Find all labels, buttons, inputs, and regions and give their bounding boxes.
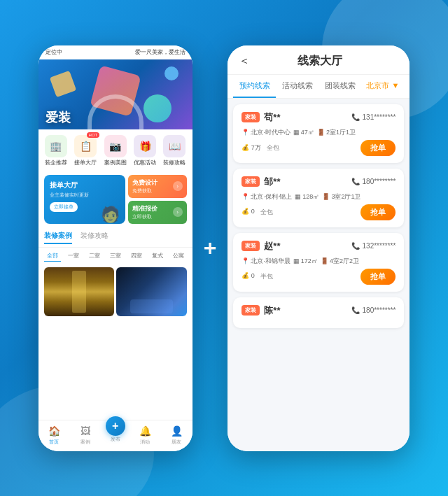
tab-renovation-cases[interactable]: 装修案例	[44, 231, 72, 244]
guide-label: 装修攻略	[163, 159, 186, 166]
status-bar: 定位中 爱一尺美家，爱生活	[38, 45, 192, 59]
main-container: 定位中 爱一尺美家，爱生活 爱装 🏢 装企推荐	[38, 45, 410, 451]
filter-row: 全部 一室 二室 三室 四室 复式 公寓	[38, 248, 192, 264]
lead-3-rooms: 🚪 4室2厅2卫	[321, 257, 359, 266]
lead-1-location: 📍 北京·时代中心	[241, 128, 290, 137]
hallway-light	[72, 271, 86, 313]
grab-button-1[interactable]: 抢单	[360, 140, 396, 156]
filter-1room[interactable]: 一室	[65, 250, 82, 262]
free-design-title: 免费设计	[132, 178, 158, 187]
lead-1-area: ▦ 47㎡	[293, 128, 314, 137]
lead-4-top: 家装 陈** 📞 180********	[241, 304, 396, 317]
tab-activity-leads[interactable]: 活动线索	[276, 75, 318, 98]
tab-renovation-guide[interactable]: 装修攻略	[80, 231, 108, 244]
guide-icon: 📖	[163, 135, 186, 157]
fab-publish-button[interactable]: +	[106, 416, 125, 436]
icon-item-enterprise[interactable]: 🏢 装企推荐	[45, 135, 67, 166]
cases-nav-icon: 🖼	[79, 425, 92, 437]
nav-publish-label: 发布	[111, 436, 120, 443]
banner-title: 爱装	[46, 109, 71, 126]
grab-button-3[interactable]: 抢单	[360, 269, 396, 285]
lead-3-phone-row: 📞 132********	[351, 242, 396, 250]
mine-icon: 👤	[170, 425, 183, 437]
lead-3-location: 📍 北京·和锦华晨	[241, 257, 290, 266]
promo-accurate-quote[interactable]: 精准报价 立即获取 ›	[128, 201, 187, 224]
phone-icon-4: 📞	[351, 306, 360, 314]
promo-left-button[interactable]: 立即接单	[50, 202, 78, 212]
plus-connector: +	[204, 235, 217, 261]
filter-all[interactable]: 全部	[44, 250, 61, 262]
phone-icon-1: 📞	[351, 113, 360, 121]
nav-home[interactable]: 🏠 首页	[48, 425, 60, 446]
icon-item-promo[interactable]: 🎁 优惠活动	[134, 135, 156, 166]
nav-cases[interactable]: 🖼 案例	[79, 425, 92, 446]
case-images	[38, 264, 192, 420]
nav-mine[interactable]: 👤 朋友	[170, 425, 183, 446]
lead-3-price-row: 💰 0 半包	[241, 272, 273, 281]
icon-item-guide[interactable]: 📖 装修攻略	[163, 135, 186, 166]
tab-appointment-leads[interactable]: 预约线索	[233, 75, 276, 98]
right-phone-header: ＜ 线索大厅	[227, 45, 410, 75]
lead-1-top: 家装 苟** 📞 131********	[241, 111, 396, 124]
lead-1-bottom: 💰 7万 全包 抢单	[241, 140, 396, 156]
promo-right-col: 免费设计 免费获取 › 精准报价 立即获取 ›	[128, 175, 187, 224]
lead-card-2: 家装 邹** 📞 180******** 📍 北京·保利·锦上 ▦ 128㎡ 🚪…	[233, 169, 404, 227]
nav-publish[interactable]: + 发布	[111, 425, 120, 446]
back-button[interactable]: ＜	[239, 54, 250, 69]
lead-4-phone-row: 📞 180********	[351, 306, 396, 314]
phone-icon-3: 📞	[351, 242, 360, 250]
lead-1-price-row: 💰 7万 全包	[241, 143, 279, 153]
lead-2-phone-row: 📞 180********	[351, 178, 396, 185]
lead-1-name: 苟**	[264, 111, 280, 124]
lead-2-area: ▦ 128㎡	[295, 192, 319, 201]
lead-2-bottom: 💰 0 全包 抢单	[241, 204, 396, 220]
case-tabs: 装修案例 装修攻略	[38, 227, 192, 248]
nav-home-label: 首页	[49, 439, 59, 446]
tab-city-selector[interactable]: 北京市 ▼	[361, 75, 404, 98]
nav-cases-label: 案例	[80, 439, 90, 446]
case-image-room[interactable]	[116, 267, 187, 316]
lead-1-rooms: 🚪 2室1厅1卫	[317, 128, 356, 137]
cases-label: 案例美图	[104, 159, 127, 166]
lead-tabs: 预约线索 活动线索 团装线索 北京市 ▼	[227, 75, 410, 99]
filter-3room[interactable]: 三室	[107, 250, 124, 262]
search-hint: 爱一尺美家，爱生活	[135, 48, 186, 56]
lead-2-price: 💰 0	[241, 208, 255, 217]
lead-3-price: 💰 0	[241, 272, 255, 281]
location-indicator: 定位中	[46, 48, 62, 56]
lead-4-name: 陈**	[264, 304, 280, 317]
filter-2room[interactable]: 二室	[86, 250, 103, 262]
promo-person-icon: 🧑	[101, 206, 120, 224]
promo-order-hall[interactable]: 接单大厅 业主装修实时更新 立即接单 🧑	[44, 175, 125, 224]
lead-3-type: 半包	[260, 272, 273, 281]
promo-left-title: 接单大厅	[50, 180, 120, 190]
lead-card-1: 家装 苟** 📞 131******** 📍 北京·时代中心 ▦ 47㎡ 🚪 2…	[233, 104, 404, 163]
promo-label: 优惠活动	[134, 159, 156, 166]
filter-4room[interactable]: 四室	[128, 250, 145, 262]
enterprise-icon: 🏢	[45, 135, 67, 157]
banner-decoration-2	[144, 94, 172, 122]
filter-duplex[interactable]: 复式	[149, 250, 166, 262]
activity-icon: 🔔	[139, 425, 151, 437]
nav-activity[interactable]: 🔔 消动	[139, 425, 151, 446]
promo-free-design[interactable]: 免费设计 免费获取 ›	[128, 175, 187, 198]
icon-item-order[interactable]: 📋 HOT 接单大厅	[74, 135, 97, 166]
icon-item-cases[interactable]: 📷 案例美图	[104, 135, 127, 166]
icons-grid: 🏢 装企推荐 📋 HOT 接单大厅 📷 案例美图 🎁 优惠活动 📖 装修攻	[38, 129, 192, 172]
lead-card-4-partial: 家装 陈** 📞 180********	[233, 297, 404, 328]
lead-2-rooms: 🚪 3室2厅1卫	[322, 192, 360, 201]
nav-mine-label: 朋友	[172, 439, 181, 446]
lead-1-phone-number: 131********	[363, 113, 396, 121]
order-icon: 📋 HOT	[74, 135, 97, 157]
case-image-hallway[interactable]	[44, 267, 115, 316]
grab-button-2[interactable]: 抢单	[360, 204, 396, 220]
lead-2-info: 📍 北京·保利·锦上 ▦ 128㎡ 🚪 3室2厅1卫	[241, 192, 396, 201]
cases-icon: 📷	[104, 135, 127, 157]
lead-4-tag: 家装	[241, 305, 260, 316]
page-title: 线索大厅	[255, 54, 384, 69]
tab-group-leads[interactable]: 团装线索	[318, 75, 361, 98]
leads-list: 家装 苟** 📞 131******** 📍 北京·时代中心 ▦ 47㎡ 🚪 2…	[227, 99, 410, 451]
lead-3-left: 家装 赵**	[241, 240, 280, 253]
filter-apartment[interactable]: 公寓	[170, 250, 187, 262]
lead-1-tag: 家装	[241, 112, 260, 122]
